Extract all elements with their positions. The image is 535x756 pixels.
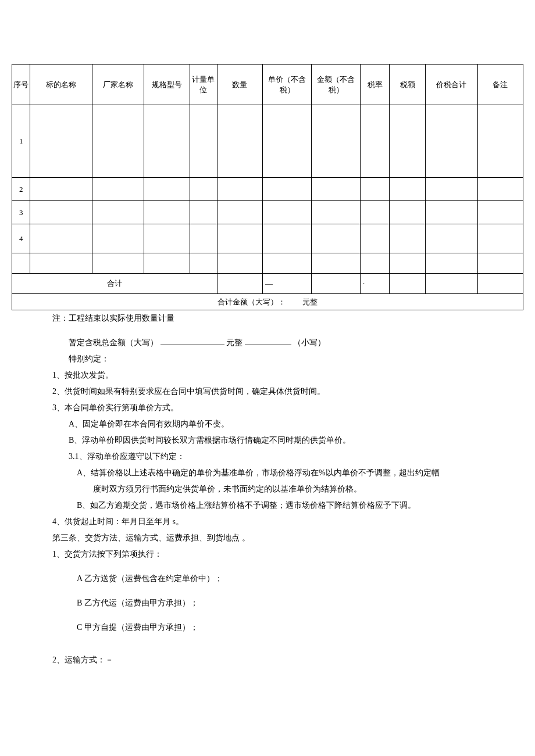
col-header-name: 标的名称	[30, 65, 92, 105]
item-3a: A、固定单价即在本合同有效期内单价不变。	[52, 416, 523, 432]
article-3-item-1: 1、交货方法按下列第项执行：	[52, 546, 523, 562]
table-row: 2	[12, 178, 523, 201]
article-3-item-2: 2、运输方式：－	[52, 652, 523, 668]
item-3: 3、本合同单价实行第项单价方式。	[52, 400, 523, 416]
table-row-total: 合计 — ·	[12, 274, 523, 294]
contract-body: 暂定含税总金额（大写） 元整 （小写） 特别约定： 1、按批次发货。 2、供货时…	[12, 335, 523, 668]
table-row: 4	[12, 224, 523, 253]
table-header-row: 序号 标的名称 厂家名称 规格型号 计量单位 数量 单价（不含税） 金额（不含税…	[12, 65, 523, 105]
total-label: 合计	[12, 274, 217, 294]
special-agreement-heading: 特别约定：	[52, 351, 523, 367]
total-price: —	[263, 274, 312, 294]
item-3-1b: B、如乙方逾期交货，遇市场价格上涨结算价格不予调整；遇市场价格下降结算价格应予下…	[52, 497, 523, 514]
item-3-1a-line1: A、结算价格以上述表格中确定的单价为基准单价，市场价格浮动在%以内单价不予调整，…	[52, 465, 523, 481]
item-3-1a-line2: 度时双方须另行书面约定供货单价，未书面约定的以基准单价为结算价格。	[52, 481, 523, 497]
col-header-price: 单价（不含税）	[263, 65, 312, 105]
item-3-1: 3.1、浮动单价应遵守以下约定：	[52, 449, 523, 465]
cell-seq: 2	[12, 178, 30, 201]
col-header-spec: 规格型号	[144, 65, 190, 105]
table-row-blank	[12, 253, 523, 274]
col-header-factory: 厂家名称	[92, 65, 144, 105]
article-3-item-1a: A 乙方送货（运费包含在约定单价中）；	[52, 571, 523, 587]
article-3-item-1c: C 甲方自提（运费由甲方承担）；	[52, 619, 523, 636]
col-header-qty: 数量	[217, 65, 262, 105]
amount-caps-blank	[160, 345, 224, 345]
amount-num-blank	[245, 345, 291, 345]
total-taxrate: ·	[361, 274, 390, 294]
article-3-item-1b: B 乙方代运（运费由甲方承担）；	[52, 595, 523, 611]
item-4: 4、供货起止时间：年月日至年月 s。	[52, 514, 523, 530]
document-page: 序号 标的名称 厂家名称 规格型号 计量单位 数量 单价（不含税） 金额（不含税…	[0, 0, 535, 680]
col-header-amount: 金额（不含税）	[312, 65, 361, 105]
table-footnote: 注：工程结束以实际使用数量计量	[12, 310, 523, 327]
table-row-sum: 合计金额（大写）： 元整	[12, 294, 523, 310]
provisional-amount-line: 暂定含税总金额（大写） 元整 （小写）	[52, 335, 523, 351]
cell-seq: 1	[12, 105, 30, 178]
item-3b: B、浮动单价即因供货时间较长双方需根据市场行情确定不同时期的供货单价。	[52, 432, 523, 449]
sum-text: 合计金额（大写）： 元整	[12, 294, 523, 310]
item-2: 2、供货时间如果有特别要求应在合同中填写供货时间，确定具体供货时间。	[52, 384, 523, 400]
col-header-total: 价税合计	[425, 65, 477, 105]
col-header-taxrate: 税率	[361, 65, 390, 105]
col-header-remark: 备注	[477, 65, 523, 105]
cell-seq: 3	[12, 201, 30, 224]
table-row: 3	[12, 201, 523, 224]
contract-table: 序号 标的名称 厂家名称 规格型号 计量单位 数量 单价（不含税） 金额（不含税…	[12, 64, 523, 310]
col-header-seq: 序号	[12, 65, 30, 105]
article-3-heading: 第三条、交货方法、运输方式、运费承担、到货地点 。	[52, 530, 523, 546]
item-1: 1、按批次发货。	[52, 367, 523, 384]
cell-seq: 4	[12, 224, 30, 253]
table-row: 1	[12, 105, 523, 178]
col-header-unit: 计量单位	[190, 65, 217, 105]
col-header-tax: 税额	[390, 65, 426, 105]
